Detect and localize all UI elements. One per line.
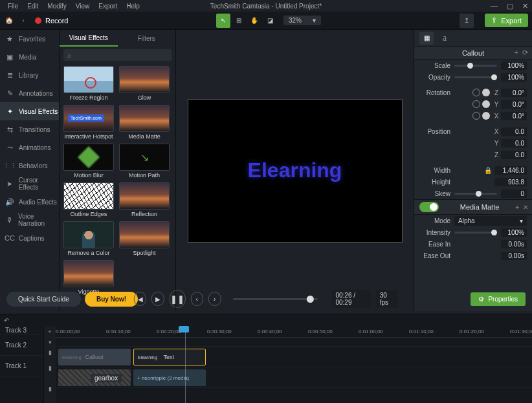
effect-glow[interactable]: Glow [119, 66, 170, 101]
track1-toggle[interactable]: ▮ [49, 386, 52, 392]
track3-toggle[interactable]: ▮ [49, 349, 52, 356]
quick-start-button[interactable]: Quick Start Guide [6, 292, 81, 307]
effects-search[interactable]: ⌕ [63, 49, 172, 61]
skew-slider[interactable] [454, 193, 497, 195]
forward-button[interactable]: › [18, 12, 28, 30]
media-matte-toggle[interactable] [419, 202, 439, 212]
effect-motion-path[interactable]: Motion Path [119, 144, 170, 179]
tab-filters[interactable]: Filters [118, 30, 176, 47]
easeout-value[interactable]: 0.00s [501, 252, 527, 260]
menu-view[interactable]: View [72, 1, 94, 11]
sidebar-item-behaviors[interactable]: ⋮⋮Behaviors [0, 157, 59, 175]
width-value[interactable]: 1,446.0 [494, 166, 527, 175]
sidebar-item-media[interactable]: ▣Media [0, 48, 59, 66]
skew-value[interactable]: 0 [501, 190, 527, 198]
opacity-value[interactable]: 100% [501, 73, 527, 82]
rot-x-icon[interactable] [472, 112, 480, 120]
add-track-button[interactable]: + [48, 329, 51, 335]
rot-y-icon[interactable] [472, 100, 480, 108]
clip-callout[interactable]: Elearning Callout [58, 349, 131, 365]
rot-z-icon[interactable] [472, 89, 480, 96]
playhead[interactable] [185, 326, 186, 403]
intensity-value[interactable]: 100% [501, 228, 527, 237]
track-1-label[interactable]: Track 1 [0, 356, 43, 376]
sidebar-item-captions[interactable]: CCCaptions [0, 229, 59, 247]
rot-z-knob[interactable] [482, 89, 490, 96]
intensity-slider[interactable] [454, 232, 497, 234]
add-icon[interactable]: + [515, 49, 518, 57]
effect-freeze-region[interactable]: Freeze Region [63, 66, 114, 101]
undo-button[interactable]: ↶ [4, 317, 9, 324]
pos-x-value[interactable]: 0.0 [501, 127, 527, 136]
sidebar-item-voice-narration[interactable]: 🎙Voice Narration [0, 211, 59, 229]
group-tool[interactable]: ⊞ [232, 14, 246, 28]
buy-now-button[interactable]: Buy Now! [85, 292, 138, 307]
zoom-dropdown[interactable]: 32% ▾ [283, 16, 321, 25]
easein-value[interactable]: 0.00s [501, 240, 527, 248]
pos-z-value[interactable]: 0.0 [501, 151, 527, 159]
playhead-marker-blue[interactable] [179, 326, 189, 332]
effect-motion-blur[interactable]: Motion Blur [63, 144, 114, 179]
close-icon[interactable]: ✕ [522, 2, 528, 10]
tab-visual-effects[interactable]: Visual Effects [60, 30, 118, 47]
mode-dropdown[interactable]: Alpha ▾ [454, 216, 527, 226]
sidebar-item-visual-effects[interactable]: ✦Visual Effects [0, 102, 59, 120]
timeline-ruler[interactable]: 0:00:00;000:00:10;000:00:20;000:00:30;00… [56, 326, 532, 338]
canvas-area[interactable]: Elearning [176, 30, 414, 311]
rot-x-value[interactable]: 0.0° [501, 112, 527, 120]
sidebar-item-audio-effects[interactable]: 🔊Audio Effects [0, 193, 59, 211]
home-button[interactable]: 🏠 [0, 12, 18, 30]
opacity-slider[interactable] [454, 76, 497, 78]
track-2-row[interactable]: Elearning Callout Elearning Text [56, 347, 532, 367]
menu-edit[interactable]: Edit [23, 1, 42, 11]
sidebar-item-transitions[interactable]: ⇆Transitions [0, 120, 59, 138]
sidebar-item-library[interactable]: ≣Library [0, 66, 59, 84]
effect-remove-a-color[interactable]: Remove a Color [63, 221, 114, 256]
canvas-frame[interactable]: Elearning [188, 99, 403, 243]
clip-text[interactable]: Elearning Text [133, 349, 206, 365]
minimize-icon[interactable]: ― [491, 2, 498, 10]
pan-tool[interactable]: ✋ [247, 14, 261, 28]
effect-spotlight[interactable]: Spotlight [119, 221, 170, 256]
effect-media-matte[interactable]: Media Matte [119, 105, 170, 140]
track-2-label[interactable]: Track 2 [0, 335, 43, 356]
menu-export[interactable]: Export [94, 1, 121, 11]
menu-modify[interactable]: Modify [43, 1, 70, 11]
scale-slider[interactable] [454, 65, 497, 67]
track-3-row[interactable] [56, 338, 532, 347]
tab-visual-icon[interactable]: ▦ [419, 32, 434, 45]
collapse-button[interactable]: ▾ [49, 339, 52, 345]
effect-interactive-hotspot[interactable]: Interactive Hotspot [63, 105, 114, 140]
playback-slider[interactable] [232, 298, 317, 300]
reset-icon[interactable]: ⟳ [522, 49, 528, 57]
sidebar-item-animations[interactable]: ⤳Animations [0, 138, 59, 157]
menu-file[interactable]: File [4, 1, 22, 11]
rot-z-value[interactable]: 0.0° [501, 89, 527, 97]
track2-toggle[interactable]: ▮ [49, 365, 52, 371]
sidebar-item-favorites[interactable]: ★Favorites [0, 30, 59, 48]
step-forward-button[interactable]: › [208, 292, 221, 306]
lock-icon[interactable]: 🔒 [484, 167, 492, 174]
next-frame-button[interactable]: ▶ [151, 292, 164, 306]
track-3-label[interactable]: Track 3 [0, 326, 43, 335]
rot-y-knob[interactable] [482, 100, 490, 108]
height-value[interactable]: 903.8 [494, 178, 527, 186]
rot-x-knob[interactable] [482, 112, 490, 120]
timeline-main[interactable]: 0:00:26;14 0:00:00;000:00:10;000:00:20;0… [56, 326, 532, 403]
sidebar-item-annotations[interactable]: ✎Annotations [0, 84, 59, 102]
pause-button[interactable]: ❚❚ [170, 290, 186, 308]
prev-frame-button[interactable]: ◀ [134, 292, 146, 306]
tab-text-icon[interactable]: a [438, 32, 452, 45]
scale-value[interactable]: 100% [501, 61, 527, 70]
rot-y-value[interactable]: 0.0° [501, 100, 527, 109]
export-button[interactable]: ⇪ Export [485, 14, 528, 27]
clip-gearbox[interactable]: gearbox [58, 369, 131, 386]
step-back-button[interactable]: ‹ [190, 292, 203, 306]
crop-tool[interactable]: ◪ [263, 14, 277, 28]
properties-button[interactable]: ⚙ Properties [471, 292, 526, 306]
select-tool[interactable]: ↖ [216, 14, 230, 28]
pos-y-value[interactable]: 0.0 [501, 139, 527, 147]
sidebar-item-cursor-effects[interactable]: ➤Cursor Effects [0, 175, 59, 193]
close-icon[interactable]: ✕ [523, 204, 528, 211]
record-button[interactable]: Record [28, 14, 74, 27]
